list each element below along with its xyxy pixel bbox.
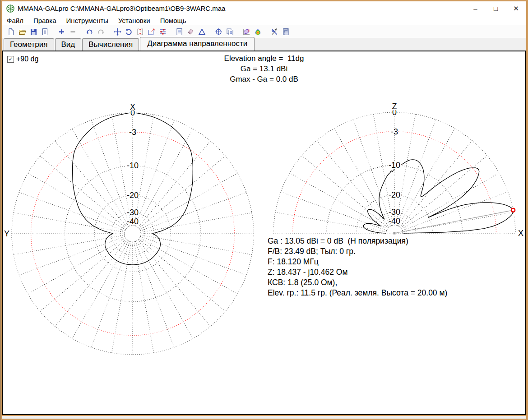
toolbar-scale-window-icon[interactable]	[147, 28, 156, 36]
pattern-header: Elevation angle = 11dg Ga = 13.1 dBi Gma…	[3, 53, 525, 84]
toolbar-calculator-icon[interactable]	[281, 28, 291, 36]
toolbar-rotate-view-icon[interactable]	[124, 28, 134, 36]
cursor-marker[interactable]	[511, 208, 515, 212]
ga-text: Ga = 13.1 dBi	[3, 64, 525, 74]
cursor-origin-handle[interactable]	[394, 232, 396, 235]
ring-label--3: -3	[129, 128, 136, 137]
stats-line-4: Z: 18.437 - j10.462 Ом	[268, 267, 447, 277]
cursor-line	[394, 210, 513, 233]
ring-label--20: -20	[389, 190, 400, 199]
ring-label--10: -10	[389, 161, 400, 170]
stats-line-3: F: 18.120 МГц	[268, 257, 447, 267]
window-title: MMANA-GALpro C:\MMANA-GALpro3\Optibeam1\…	[18, 5, 225, 12]
pattern-view-area: 0-3-10-20-30-40XY0-3-10-20-30-40ZX ✓ +90…	[2, 51, 526, 415]
toolbar-center-view-icon[interactable]	[214, 28, 223, 36]
tab-1[interactable]: Геометрия	[4, 38, 54, 51]
title-bar: MMANA-GALpro C:\MMANA-GALpro3\Optibeam1\…	[2, 1, 526, 15]
window-controls: – □ ✕	[465, 1, 526, 15]
ring-label--3: -3	[391, 127, 398, 136]
toolbar-view-data-icon[interactable]	[175, 28, 184, 36]
ring-label--10: -10	[127, 161, 139, 170]
tab-4[interactable]: Диаграмма направленности	[140, 37, 255, 51]
app-icon	[6, 5, 14, 13]
ring-label--30: -30	[127, 208, 139, 217]
tab-2[interactable]: Вид	[55, 38, 82, 51]
ring-label--40: -40	[127, 217, 139, 226]
ring-label--30: -30	[389, 208, 400, 217]
toolbar-undo-icon[interactable]	[85, 28, 94, 36]
toolbar-file-info-icon[interactable]	[40, 28, 50, 36]
axis-label-right: X	[518, 229, 523, 238]
stats-line-5: КСВ: 1.8 (25.0 Ом),	[268, 277, 447, 288]
toolbar-edit-segments-icon[interactable]	[135, 28, 145, 36]
toolbar-move-view-icon[interactable]	[113, 28, 122, 36]
gain-curve	[363, 160, 513, 233]
ring-label--20: -20	[127, 191, 139, 200]
stats-line-6: Elev. гр.: 11.5 гр. (Реал. земля. Высота…	[268, 288, 447, 298]
mmana-window: { "window": { "title": "MMANA-GALpro C:\…	[0, 0, 528, 420]
gmax-ga-text: Gmax - Ga = 0.0 dB	[3, 74, 525, 84]
toolbar-far-field-pattern-icon[interactable]	[242, 28, 251, 36]
axis-label-left: Y	[4, 229, 9, 238]
axis-label-top: Z	[392, 102, 397, 111]
stats-line-2: F/B: 23.49 dB; Тыл: 0 гр.	[268, 246, 447, 257]
result-stats-block: Ga : 13.05 dBi = 0 dB (Н поляризация)F/B…	[268, 236, 447, 298]
menu-item-1[interactable]: Файл	[2, 16, 28, 25]
close-button[interactable]: ✕	[506, 1, 526, 15]
toolbar-triangle-function-icon[interactable]	[197, 28, 207, 36]
toolbar-copy-view-icon[interactable]	[225, 28, 235, 36]
toolbar-pattern-3d-icon[interactable]	[253, 28, 263, 36]
menu-bar: ФайлПравкаИнструментыУстановкиПомощь	[2, 15, 526, 25]
toolbar-optimization-tools-icon[interactable]	[270, 28, 279, 36]
toolbar-save-file-icon[interactable]	[29, 28, 38, 36]
menu-item-4[interactable]: Установки	[113, 16, 155, 25]
menu-item-3[interactable]: Инструменты	[61, 16, 114, 25]
pattern-plots: 0-3-10-20-30-40XY0-3-10-20-30-40ZX	[3, 51, 525, 414]
tab-bar: ГеометрияВидВычисленияДиаграмма направле…	[2, 38, 526, 51]
elevation-angle-text: Elevation angle = 11dg	[3, 53, 525, 64]
minimize-button[interactable]: –	[465, 1, 486, 15]
ring-label--40: -40	[389, 217, 400, 226]
stats-line-1: Ga : 13.05 dBi = 0 dB (Н поляризация)	[268, 236, 447, 246]
elevation-pattern-plot: 0-3-10-20-30-40ZX	[273, 102, 523, 238]
tab-3[interactable]: Вычисления	[82, 38, 139, 51]
toolbar-erase-icon[interactable]	[186, 28, 195, 36]
toolbar-open-folder-icon[interactable]	[18, 28, 27, 36]
toolbar	[2, 25, 526, 38]
toolbar-new-file-icon[interactable]	[6, 28, 16, 36]
status-bar	[2, 416, 526, 419]
toolbar-tune-parameters-icon[interactable]	[158, 28, 167, 36]
axis-label-top: X	[130, 102, 135, 111]
maximize-button[interactable]: □	[486, 1, 506, 15]
menu-item-5[interactable]: Помощь	[155, 16, 191, 25]
toolbar-redo-icon[interactable]	[96, 28, 106, 36]
menu-item-2[interactable]: Правка	[28, 16, 61, 25]
toolbar-remove-element-icon[interactable]	[68, 28, 78, 36]
azimuth-pattern-plot: 0-3-10-20-30-40XY	[4, 102, 254, 355]
toolbar-add-element-icon[interactable]	[57, 28, 66, 36]
